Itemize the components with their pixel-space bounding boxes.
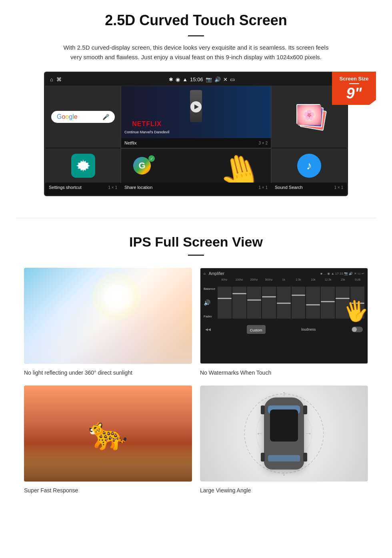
- amp-custom-btn[interactable]: Custom: [247, 325, 266, 334]
- eq-bar-8[interactable]: [321, 287, 335, 319]
- eq-thumb-7: [306, 304, 320, 305]
- device-outer: ⌂ ⌘ ✱ ◉ ▲ 15:06 📷 🔊 ✕ ▭: [44, 72, 348, 196]
- amp-status: ■ … ◉ ▲ 17:33 📷 🔊 ✕ ▭ ↩: [320, 272, 364, 275]
- volume-icon: 🔊: [214, 76, 221, 82]
- freq-labels: 60hz 100hz 200hz 500hz 1k 2.5k 10k 12.5k…: [204, 278, 364, 281]
- eq-thumb-1: [218, 298, 232, 299]
- amp-visual: ⌂ Amplifier ■ … ◉ ▲ 17:33 📷 🔊 ✕ ▭ ↩ 60hz…: [200, 268, 368, 363]
- app-cell-maps[interactable]: G ✓ 🤚 Share loc: [121, 149, 271, 183]
- eq-bar-4[interactable]: [262, 287, 276, 319]
- music-size: 1 × 1: [334, 185, 343, 190]
- wheel-fl: [261, 405, 265, 414]
- wheel-rl: [261, 453, 265, 462]
- eq-thumb-5: [277, 303, 291, 304]
- eq-bar-2[interactable]: [232, 287, 246, 319]
- cheetah-image: 🐆: [24, 385, 192, 482]
- gallery-stack: 🌸: [293, 101, 325, 133]
- play-triangle-icon: [194, 104, 199, 109]
- amp-title-text: Amplifier: [209, 271, 320, 276]
- status-bar: ⌂ ⌘ ✱ ◉ ▲ 15:06 📷 🔊 ✕ ▭: [45, 73, 347, 86]
- eq-bar-7[interactable]: [306, 287, 320, 319]
- eq-sliders: 🖐: [218, 283, 364, 323]
- car-roof: [270, 409, 298, 442]
- play-button[interactable]: [190, 101, 202, 112]
- amp-toggle-knob: [352, 327, 357, 332]
- feature-watermark: ⌂ Amplifier ■ … ◉ ▲ 17:33 📷 🔊 ✕ ▭ ↩ 60hz…: [200, 268, 368, 377]
- amp-home-icon: ⌂: [204, 272, 206, 275]
- netflix-thumbnail: NETFLIX Continue Marvel's Daredevil: [121, 86, 271, 138]
- sunlight-visual: [24, 268, 192, 364]
- settings-size: 1 × 1: [108, 185, 117, 190]
- eq-thumb-8: [321, 301, 335, 302]
- g-circle: G: [133, 157, 151, 175]
- arrow-right: →: [305, 430, 312, 438]
- eq-thumb-4: [262, 296, 276, 297]
- eq-bar-1[interactable]: [218, 287, 232, 319]
- settings-label: Settings shortcut: [49, 185, 82, 190]
- app-cell-google[interactable]: Google 🎤 Google 3 × 1: [45, 86, 121, 148]
- close-icon: ✕: [223, 76, 228, 82]
- music-note-icon: ♪: [306, 159, 312, 172]
- feature-angle: ↑ ↓ ← → Large Viewing Angle: [200, 385, 368, 495]
- gallery-card-3: 🌸: [296, 104, 320, 124]
- app-cell-settings[interactable]: Settings shortcut 1 × 1: [45, 149, 121, 183]
- mic-icon[interactable]: 🎤: [102, 114, 109, 120]
- arrow-left: ←: [256, 430, 263, 438]
- music-label: Sound Search: [275, 185, 303, 190]
- car-image: ↑ ↓ ← →: [200, 385, 368, 482]
- car-rear-window: [268, 455, 300, 462]
- eq-bar-3[interactable]: [247, 287, 261, 319]
- google-thumbnail: Google 🎤: [46, 86, 120, 148]
- car-visual: ↑ ↓ ← →: [200, 386, 368, 481]
- settings-icon-wrap: [71, 154, 95, 178]
- netflix-scene: NETFLIX Continue Marvel's Daredevil: [121, 86, 271, 138]
- app-cell-netflix[interactable]: NETFLIX Continue Marvel's Daredevil Netf…: [121, 86, 271, 148]
- wheel-fr: [303, 405, 307, 414]
- device-screen: ⌂ ⌘ ✱ ◉ ▲ 15:06 📷 🔊 ✕ ▭: [44, 72, 348, 196]
- feature2-caption: No Watermarks When Touch: [200, 368, 368, 377]
- app-row-1: Google 🎤 Google 3 × 1: [45, 86, 347, 149]
- google-logo: Google: [57, 113, 78, 120]
- badge-box: Screen Size 9": [332, 72, 376, 105]
- netflix-bg: NETFLIX Continue Marvel's Daredevil: [121, 86, 271, 138]
- netflix-label-row: Netflix 3 × 2: [121, 138, 271, 148]
- eq-bar-5[interactable]: [277, 287, 291, 319]
- car-body: [264, 397, 304, 470]
- arrow-top: ↑: [282, 389, 286, 398]
- amp-side-labels: Balance 🔊 Fader: [204, 283, 218, 323]
- eq-bar-6[interactable]: [292, 287, 306, 319]
- feature-sunlight: No light reflecting under 360° direct su…: [24, 268, 192, 377]
- usb-icon: ⌘: [56, 76, 62, 82]
- eq-thumb-6: [292, 295, 306, 296]
- amp-back-icon[interactable]: ◀◀: [205, 327, 211, 331]
- section1: 2.5D Curved Touch Screen With 2.5D curve…: [0, 0, 392, 206]
- g-maps-icon: G ✓: [133, 157, 153, 177]
- checkmark-badge: ✓: [148, 155, 155, 162]
- amp-toggle[interactable]: [352, 327, 363, 332]
- balance-label: Balance: [204, 287, 215, 291]
- maps-size: 1 × 1: [258, 185, 268, 190]
- eq-thumb-2: [232, 293, 246, 294]
- fader-label: Fader: [204, 315, 215, 318]
- section1-description: With 2.5D curved-display screen, this de…: [60, 43, 332, 62]
- google-search-bar[interactable]: Google 🎤: [51, 111, 115, 123]
- settings-label-row: Settings shortcut 1 × 1: [46, 183, 120, 192]
- section-divider: [16, 218, 376, 218]
- maps-label: Share location: [124, 185, 152, 190]
- features-grid: No light reflecting under 360° direct su…: [24, 268, 368, 495]
- maps-thumbnail: G ✓ 🤚: [121, 149, 271, 183]
- maps-g-icon: G ✓: [133, 157, 153, 177]
- badge-dash: [349, 83, 359, 84]
- app-cell-music[interactable]: ♪ Sound Search 1 × 1: [271, 149, 347, 183]
- music-thumbnail: ♪: [272, 149, 346, 183]
- flower-image: 🌸: [297, 105, 321, 125]
- home-icon[interactable]: ⌂: [50, 76, 53, 82]
- car-top-view: ↑ ↓ ← →: [264, 397, 304, 470]
- settings-thumbnail: [46, 149, 120, 183]
- music-icon-wrap: ♪: [297, 154, 321, 178]
- feature3-caption: Super Fast Response: [24, 486, 192, 495]
- badge-label: Screen Size: [336, 76, 372, 82]
- app-row-2: Settings shortcut 1 × 1 G: [45, 149, 347, 183]
- camera-icon: 📷: [206, 76, 212, 82]
- feature-speed: 🐆 Super Fast Response: [24, 385, 192, 495]
